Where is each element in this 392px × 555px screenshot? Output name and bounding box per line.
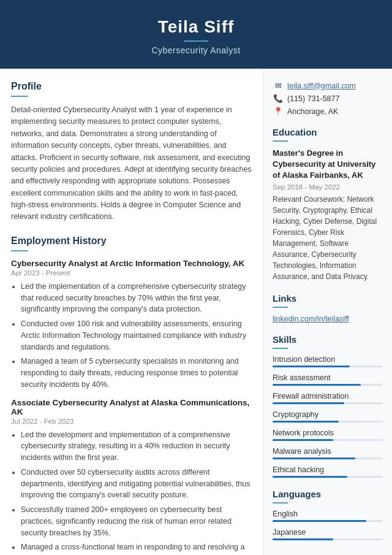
skill-bar-bg-0 — [273, 366, 383, 367]
skills-list: Intrusion detection Risk assessment Fire… — [273, 355, 383, 478]
email-link[interactable]: teila.siff@gmail.com — [287, 82, 356, 90]
skill-name-0: Intrusion detection — [273, 355, 383, 364]
skills-title: Skills — [273, 334, 383, 345]
profile-section: Profile Detail-oriented Cybersecurity An… — [11, 81, 252, 223]
links-divider — [273, 307, 288, 308]
skill-bar-fill-6 — [273, 476, 347, 478]
contact-email-item: ✉ teila.siff@gmail.com — [273, 81, 383, 90]
skill-bar-bg-6 — [273, 476, 383, 478]
links-section: Links linkedin.com/in/teilasiff — [273, 293, 383, 323]
skill-name-5: Malware analysis — [273, 447, 383, 456]
job-2-bullet-1: Led the development and implementation o… — [21, 429, 252, 464]
skill-bar-bg-5 — [273, 457, 383, 459]
education-title: Education — [273, 127, 383, 137]
languages-list: English Japanese — [273, 510, 383, 540]
contact-section: ✉ teila.siff@gmail.com 📞 (115) 731-5877 … — [273, 81, 383, 116]
job-2-bullet-3: Successfully trained 200+ employees on c… — [21, 504, 252, 538]
main-content: Profile Detail-oriented Cybersecurity An… — [0, 69, 392, 555]
skill-bar-fill-2 — [273, 402, 344, 404]
job-2: Associate Cybersecurity Analyst at Alask… — [11, 398, 252, 556]
left-column: Profile Detail-oriented Cybersecurity An… — [0, 69, 263, 555]
contact-phone-item: 📞 (115) 731-5877 — [273, 94, 383, 103]
lang-bar-fill-0 — [273, 520, 366, 522]
skill-name-4: Network protocols — [273, 429, 383, 437]
skills-section: Skills Intrusion detection Risk assessme… — [273, 334, 383, 478]
languages-divider — [273, 502, 288, 503]
skill-bar-fill-5 — [273, 457, 355, 459]
skill-item-0: Intrusion detection — [273, 355, 383, 367]
profile-text: Detail-oriented Cybersecurity Analyst wi… — [11, 104, 252, 223]
location-text: Anchorage, AK — [287, 107, 338, 116]
lang-name-0: English — [273, 510, 383, 518]
edu-coursework: Relevant Coursework: Network Security, C… — [273, 194, 383, 282]
job-1-bullet-1: Led the implementation of a comprehensiv… — [21, 281, 252, 315]
header-divider — [184, 40, 208, 42]
skill-name-6: Ethical hacking — [273, 465, 383, 474]
email-icon: ✉ — [273, 81, 284, 90]
skill-bar-fill-3 — [273, 421, 339, 423]
skill-bar-bg-3 — [273, 421, 383, 423]
skill-name-2: Firewall administration — [273, 392, 383, 400]
links-title: Links — [273, 293, 383, 304]
skill-item-2: Firewall administration — [273, 392, 383, 404]
skill-item-3: Cryptography — [273, 410, 383, 423]
job-1-bullets: Led the implementation of a comprehensiv… — [11, 281, 252, 391]
languages-title: Languages — [273, 489, 383, 499]
profile-divider — [11, 96, 28, 97]
skill-bar-fill-1 — [273, 384, 361, 386]
job-1: Cybersecurity Analyst at Arctic Informat… — [11, 259, 252, 391]
skill-bar-bg-2 — [273, 402, 383, 404]
job-1-bullet-3: Managed a team of 5 cybersecurity specia… — [21, 356, 252, 390]
skill-item-1: Risk assessment — [273, 373, 383, 386]
job-1-dates: Apr 2023 - Present — [11, 269, 252, 277]
skill-bar-fill-4 — [273, 439, 333, 441]
edu-degree: Master's Degree in Cybersecurity at Univ… — [273, 148, 383, 182]
languages-section: Languages English Japanese — [273, 489, 383, 540]
job-2-dates: Jul 2022 - Feb 2023 — [11, 418, 252, 425]
candidate-name: Teila Siff — [12, 17, 380, 37]
job-2-bullets: Led the development and implementation o… — [11, 429, 252, 556]
education-section: Education Master's Degree in Cybersecuri… — [273, 127, 383, 282]
right-column: ✉ teila.siff@gmail.com 📞 (115) 731-5877 … — [263, 69, 392, 555]
job-2-bullet-2: Conducted over 50 cybersecurity audits a… — [21, 467, 252, 501]
lang-bar-bg-1 — [273, 538, 383, 540]
job-2-title: Associate Cybersecurity Analyst at Alask… — [11, 398, 252, 416]
employment-divider — [11, 250, 28, 251]
skills-divider — [273, 348, 288, 349]
lang-item-1: Japanese — [273, 528, 383, 540]
skill-name-1: Risk assessment — [273, 373, 383, 382]
skill-item-5: Malware analysis — [273, 447, 383, 459]
skill-name-3: Cryptography — [273, 410, 383, 419]
skill-bar-bg-1 — [273, 384, 383, 386]
lang-bar-bg-0 — [273, 520, 383, 522]
job-2-bullet-4: Managed a cross-functional team in respo… — [21, 542, 252, 555]
employment-section: Employment History Cybersecurity Analyst… — [11, 235, 252, 555]
phone-text: (115) 731-5877 — [287, 94, 339, 103]
phone-icon: 📞 — [273, 94, 284, 103]
skill-item-4: Network protocols — [273, 429, 383, 441]
lang-name-1: Japanese — [273, 528, 383, 537]
skill-item-6: Ethical hacking — [273, 465, 383, 478]
header: Teila Siff Cybersecurity Analyst — [0, 0, 392, 69]
contact-location-item: 📍 Anchorage, AK — [273, 107, 383, 116]
linkedin-link[interactable]: linkedin.com/in/teilasiff — [273, 315, 349, 323]
job-1-title: Cybersecurity Analyst at Arctic Informat… — [11, 259, 252, 268]
employment-title: Employment History — [11, 235, 252, 247]
edu-dates: Sep 2018 - May 2022 — [273, 183, 383, 191]
profile-title: Profile — [11, 81, 252, 92]
skill-bar-fill-0 — [273, 366, 350, 367]
lang-item-0: English — [273, 510, 383, 522]
skill-bar-bg-4 — [273, 439, 383, 441]
candidate-title: Cybersecurity Analyst — [12, 45, 380, 55]
job-1-bullet-2: Conducted over 100 risk and vulnerabilit… — [21, 318, 252, 353]
location-icon: 📍 — [273, 107, 284, 116]
lang-bar-fill-1 — [273, 538, 333, 540]
education-divider — [273, 140, 288, 142]
